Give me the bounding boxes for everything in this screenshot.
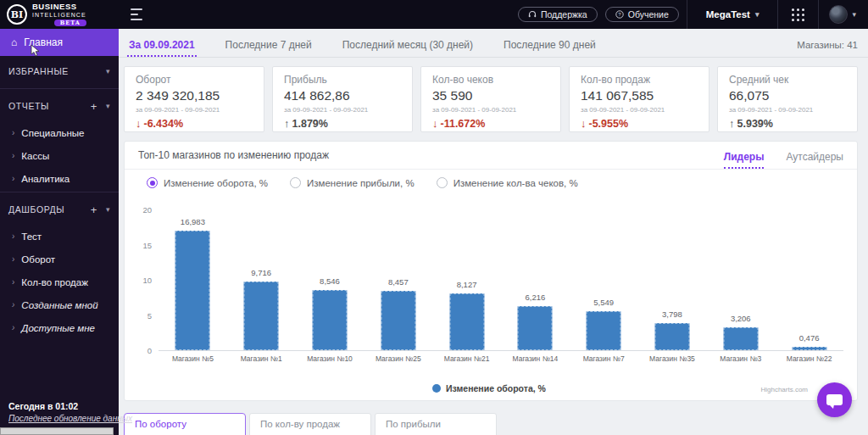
account-menu[interactable]: MegaTest ▾ — [687, 9, 778, 20]
sidebar-group-favorites[interactable]: ИЗБРАННЫЕ ▾ — [8, 56, 110, 86]
bar[interactable] — [587, 311, 621, 350]
bar-column[interactable]: 3,206Магазин №3 — [706, 210, 775, 350]
chat-button[interactable] — [817, 382, 852, 417]
bar-category-label: Магазин №1 — [227, 354, 296, 363]
kpi-title: Средний чек — [729, 74, 846, 86]
home-icon: ⌂ — [11, 36, 17, 48]
support-button[interactable]: Поддержка — [518, 7, 598, 22]
bar-value-label: 3,206 — [731, 314, 751, 323]
tab-period-day[interactable]: За 09.09.2021 — [127, 34, 197, 57]
avatar — [829, 5, 848, 24]
sidebar-item-sales-count[interactable]: ›Кол-во продаж — [8, 270, 110, 293]
chevron-right-icon: › — [12, 277, 14, 287]
kpi-delta: ↓-11.672% — [432, 117, 549, 130]
bar-category-label: Магазин №3 — [706, 354, 775, 363]
sidebar-group-dashboards[interactable]: ДАШБОРДЫ + ▾ — [8, 194, 110, 225]
sidebar-item-label: Созданные мной — [21, 300, 97, 310]
bar-value-label: 9,716 — [251, 268, 271, 277]
last-update-time: Сегодня в 01:02 — [8, 401, 110, 411]
bar[interactable] — [654, 323, 689, 350]
brand-line2: INTELLIGENCE — [32, 12, 86, 18]
bar[interactable] — [312, 290, 347, 350]
kpi-delta-value: 5.939% — [737, 118, 773, 130]
sidebar-toggle-icon[interactable] — [131, 8, 146, 20]
bar-column[interactable]: 16,983Магазин №5 — [159, 210, 227, 350]
bar-column[interactable]: 8,457Магазин №25 — [364, 210, 432, 350]
favorites-label: ИЗБРАННЫЕ — [8, 66, 69, 76]
tab-period-90days[interactable]: Последние 90 дней — [502, 34, 598, 57]
tab-period-month[interactable]: Последний месяц (30 дней) — [341, 34, 475, 57]
bar-column[interactable]: 6,216Магазин №14 — [501, 210, 570, 350]
tab-by-profit[interactable]: По прибыли — [375, 413, 497, 435]
bar[interactable] — [381, 291, 415, 350]
chart-legend[interactable]: Изменение оборота, % — [133, 383, 845, 393]
apps-grid-button[interactable] — [778, 8, 818, 21]
kpi-delta-value: 1.879% — [292, 118, 328, 130]
bar[interactable] — [723, 327, 758, 350]
user-menu[interactable]: ▾ — [819, 5, 868, 24]
app-window: BI BUSINESS INTELLIGENCE BETA Поддержка … — [0, 0, 868, 435]
bottom-tabs: По обороту По кол-ву продаж По прибыли — [124, 413, 497, 435]
tab-period-7days[interactable]: Последние 7 дней — [224, 34, 314, 57]
add-dashboard-icon[interactable]: + — [91, 204, 97, 216]
sidebar-item-test[interactable]: ›Тест — [8, 225, 110, 248]
bar[interactable] — [518, 306, 553, 350]
sidebar-item-created-by-me[interactable]: ›Созданные мной — [8, 293, 110, 316]
arrow-down-icon: ↓ — [581, 117, 587, 130]
kpi-delta: ↓-5.955% — [581, 117, 698, 130]
tab-by-sales-count[interactable]: По кол-ву продаж — [249, 413, 371, 435]
last-update-link[interactable]: Последнее обновление данных — [8, 414, 110, 423]
sidebar-item-label: Аналитика — [21, 174, 70, 184]
chevron-right-icon: › — [12, 254, 14, 264]
sidebar-item-analytics[interactable]: ›Аналитика — [8, 167, 110, 190]
bar[interactable] — [792, 347, 826, 350]
brand-logo[interactable]: BI BUSINESS INTELLIGENCE BETA — [0, 0, 119, 29]
radio-turnover-change[interactable]: Изменение оборота, % — [147, 177, 268, 188]
kpi-cards-row: Оборот 2 349 320,185 за 09-09-2021 - 09-… — [119, 58, 868, 132]
kpi-value: 414 862,86 — [284, 88, 401, 103]
training-button[interactable]: ? Обучение — [605, 7, 679, 22]
add-report-icon[interactable]: + — [91, 100, 97, 113]
bar-value-label: 6,216 — [525, 293, 545, 302]
bar-value-label: 8,457 — [388, 277, 409, 287]
sidebar-item-special[interactable]: ›Специальные — [8, 121, 110, 144]
sidebar-footer: Сегодня в 01:02 Последнее обновление дан… — [0, 401, 119, 423]
bar-column[interactable]: 0,476Магазин №22 — [775, 210, 843, 350]
sidebar-item-label: Кассы — [21, 151, 49, 161]
chevron-down-icon: ▾ — [106, 102, 110, 110]
radio-icon — [437, 177, 448, 188]
kpi-value: 141 067,585 — [581, 88, 698, 103]
bar[interactable] — [175, 231, 210, 350]
bar[interactable] — [244, 282, 279, 350]
kpi-period: за 09-09-2021 - 09-09-2021 — [581, 106, 698, 114]
highcharts-credit[interactable]: Highcharts.com — [760, 386, 808, 393]
radio-profit-change[interactable]: Изменение прибыли, % — [290, 177, 415, 188]
chevron-right-icon: › — [12, 174, 14, 183]
bar-chart: 20 15 10 5 0 16,983Магазин №59,716Магази… — [133, 210, 845, 376]
kpi-value: 66,075 — [729, 88, 846, 103]
chat-bubble-icon — [826, 394, 843, 405]
arrow-down-icon: ↓ — [432, 117, 438, 130]
bar-column[interactable]: 5,549Магазин №7 — [570, 210, 638, 350]
bar-category-label: Магазин №21 — [432, 354, 501, 363]
bar-column[interactable]: 3,798Магазин №35 — [638, 210, 707, 350]
sidebar-item-home[interactable]: ⌂ Главная — [0, 29, 119, 56]
bar-column[interactable]: 8,546Магазин №10 — [296, 210, 364, 350]
kpi-card-profit: Прибыль 414 862,86 за 09-09-2021 - 09-09… — [272, 66, 413, 132]
tab-leaders[interactable]: Лидеры — [724, 151, 765, 169]
bar-column[interactable]: 8,127Магазин №21 — [432, 210, 501, 350]
y-axis: 20 15 10 5 0 — [133, 206, 152, 355]
bar-column[interactable]: 9,716Магазин №1 — [227, 210, 296, 350]
period-tabs: За 09.09.2021 Последние 7 дней Последний… — [119, 29, 868, 58]
sidebar-item-kassy[interactable]: ›Кассы — [8, 144, 110, 167]
bar[interactable] — [449, 293, 484, 350]
tab-by-turnover[interactable]: По обороту — [124, 413, 246, 435]
arrow-up-icon: ↑ — [284, 117, 290, 130]
sidebar: ⌂ Главная ИЗБРАННЫЕ ▾ ОТЧЕТЫ + ▾ ›Специа… — [0, 29, 119, 435]
kpi-card-turnover: Оборот 2 349 320,185 за 09-09-2021 - 09-… — [124, 66, 264, 132]
sidebar-item-available-to-me[interactable]: ›Доступные мне — [8, 316, 110, 339]
tab-outsiders[interactable]: Аутсайдеры — [786, 151, 843, 169]
sidebar-item-oborot[interactable]: ›Оборот — [8, 248, 110, 270]
radio-receipts-change[interactable]: Изменение кол-ва чеков, % — [437, 177, 578, 188]
sidebar-group-reports[interactable]: ОТЧЕТЫ + ▾ — [8, 91, 110, 121]
